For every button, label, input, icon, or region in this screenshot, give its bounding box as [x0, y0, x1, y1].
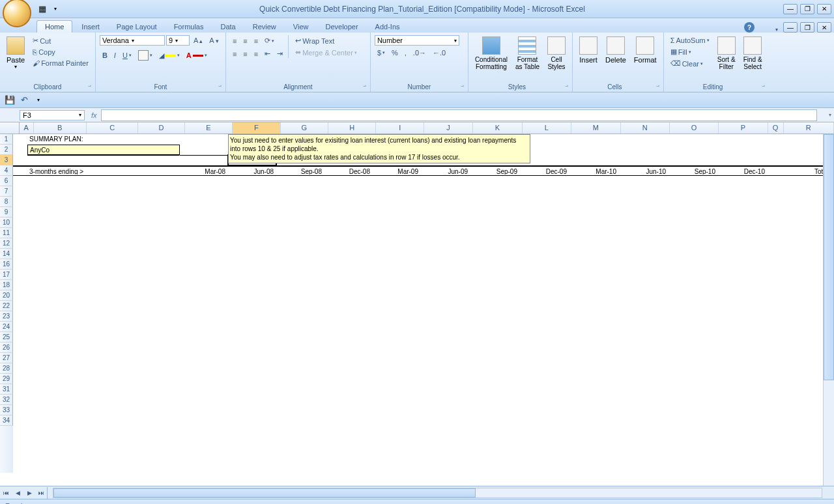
col-header-e[interactable]: E	[185, 122, 233, 133]
row-header[interactable]: 24	[0, 322, 13, 332]
cell[interactable]: SUMMARY PLAN:	[27, 134, 133, 145]
conditional-formatting-button[interactable]: Conditional Formatting	[472, 35, 510, 72]
font-color-button[interactable]: A▾	[184, 50, 210, 61]
close-button[interactable]: ✕	[817, 4, 831, 14]
row-header[interactable]: 10	[0, 217, 13, 228]
number-format-combo[interactable]: Number▾	[375, 35, 459, 46]
cell[interactable]	[619, 145, 669, 155]
cell[interactable]	[13, 145, 27, 155]
fx-icon[interactable]: fx	[91, 111, 97, 119]
sheet-first-button[interactable]: ⏮	[0, 487, 12, 499]
cell[interactable]	[180, 155, 228, 165]
orientation-button[interactable]: ⟳▾	[262, 35, 277, 46]
tab-formulas[interactable]: Formulas	[166, 21, 212, 33]
restore-button[interactable]: ❐	[800, 4, 814, 14]
vscroll-thumb[interactable]	[824, 134, 834, 380]
sort-filter-button[interactable]: Sort & Filter	[715, 35, 738, 72]
row-header[interactable]: 3	[0, 155, 13, 165]
clear-button[interactable]: ⌫Clear▾	[668, 58, 712, 69]
cell[interactable]: Jun-09	[421, 167, 470, 175]
cell[interactable]	[768, 155, 783, 165]
cell[interactable]: Jun-08	[228, 167, 276, 175]
tab-addins[interactable]: Add-Ins	[367, 21, 408, 33]
shrink-font-button[interactable]: A▾	[207, 35, 221, 46]
grow-font-button[interactable]: A▴	[191, 35, 205, 46]
cell[interactable]	[13, 167, 27, 175]
cell[interactable]: AnyCo	[27, 145, 180, 155]
office-button[interactable]	[3, 0, 31, 27]
format-cells-button[interactable]: Format	[631, 35, 659, 65]
cell[interactable]	[718, 155, 768, 165]
cell[interactable]: Sep-08	[276, 167, 324, 175]
row-header[interactable]: 6	[0, 176, 13, 186]
row-header[interactable]: 33	[0, 405, 13, 415]
align-right-button[interactable]: ≡	[252, 49, 261, 59]
doc-minimize-button[interactable]: —	[783, 22, 798, 33]
col-header-i[interactable]: I	[376, 122, 424, 133]
font-size-combo[interactable]: 9▾	[166, 35, 190, 46]
row-header[interactable]: 1	[0, 134, 13, 145]
col-header-o[interactable]: O	[670, 122, 719, 133]
cell[interactable]	[180, 134, 228, 145]
cell[interactable]	[768, 145, 783, 155]
cell[interactable]	[669, 145, 718, 155]
col-header-q[interactable]: Q	[768, 122, 784, 133]
cell[interactable]: 3-months ending >	[27, 167, 133, 175]
row-header[interactable]: 25	[0, 332, 13, 343]
row-header[interactable]: 17	[0, 270, 13, 280]
row-header[interactable]: 32	[0, 395, 13, 405]
decrease-indent-button[interactable]: ⇤	[262, 48, 273, 59]
align-middle-button[interactable]: ≡	[240, 36, 250, 46]
col-header-j[interactable]: J	[424, 122, 473, 133]
qat-dropdown-icon[interactable]: ▾	[50, 3, 61, 15]
copy-button[interactable]: ⎘Copy	[30, 47, 91, 57]
tab-data[interactable]: Data	[212, 21, 243, 33]
row-header[interactable]: 22	[0, 301, 13, 311]
align-center-button[interactable]: ≡	[240, 49, 250, 59]
help-icon[interactable]: ?	[744, 22, 755, 33]
doc-close-button[interactable]: ✕	[817, 22, 831, 33]
merge-center-button[interactable]: ⬌Merge & Center▾	[293, 47, 360, 58]
tab-insert[interactable]: Insert	[74, 21, 108, 33]
row-header[interactable]: 12	[0, 238, 13, 249]
sheet-last-button[interactable]: ⏭	[35, 487, 47, 499]
tab-view[interactable]: View	[285, 21, 317, 33]
row-header[interactable]: 8	[0, 197, 13, 207]
cell[interactable]: Dec-08	[324, 167, 373, 175]
row-header[interactable]: 7	[0, 186, 13, 197]
hscroll-thumb[interactable]	[53, 488, 476, 497]
doc-restore-button[interactable]: ❐	[800, 22, 814, 33]
row-header[interactable]: 20	[0, 290, 13, 301]
row-header[interactable]: 16	[0, 259, 13, 270]
cell[interactable]	[669, 155, 718, 165]
qat-customize-icon[interactable]: ▾	[33, 94, 44, 106]
cell-styles-button[interactable]: Cell Styles	[545, 35, 568, 72]
fill-button[interactable]: ▦Fill▾	[668, 46, 712, 57]
undo-icon[interactable]: ↶	[18, 94, 30, 106]
row-header[interactable]: 29	[0, 374, 13, 384]
cell[interactable]	[13, 155, 27, 165]
cell[interactable]	[569, 155, 619, 165]
row-header[interactable]: 9	[0, 207, 13, 217]
find-select-button[interactable]: Find & Select	[741, 35, 765, 72]
col-header-b[interactable]: B	[34, 122, 87, 133]
align-bottom-button[interactable]: ≡	[252, 36, 261, 46]
insert-cells-button[interactable]: Insert	[577, 35, 600, 65]
cell[interactable]: Jun-10	[619, 167, 669, 175]
currency-button[interactable]: $▾	[375, 48, 388, 58]
col-header-k[interactable]: K	[473, 122, 522, 133]
col-header-h[interactable]: H	[328, 122, 376, 133]
tab-developer[interactable]: Developer	[317, 21, 366, 33]
cell[interactable]	[27, 155, 180, 165]
percent-button[interactable]: %	[389, 48, 401, 58]
align-top-button[interactable]: ≡	[230, 36, 239, 46]
cell[interactable]	[133, 167, 180, 175]
cell[interactable]	[133, 134, 180, 145]
autosum-button[interactable]: ΣAutoSum▾	[668, 35, 712, 46]
cell[interactable]: Mar-09	[373, 167, 421, 175]
cell[interactable]	[768, 167, 783, 175]
qat-excel-icon[interactable]: ▦	[36, 3, 48, 15]
cell[interactable]	[13, 134, 27, 145]
save-icon[interactable]: 💾	[4, 94, 16, 106]
decrease-decimal-button[interactable]: ←.0	[430, 48, 448, 58]
